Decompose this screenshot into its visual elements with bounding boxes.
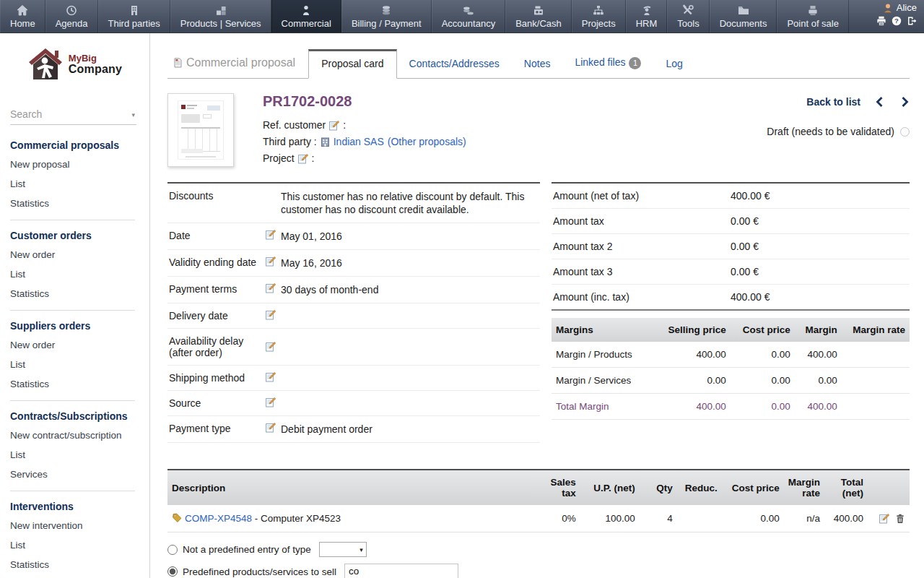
hrm-icon bbox=[640, 3, 653, 18]
user-menu[interactable]: Alice bbox=[883, 2, 917, 13]
nav-item-hrm[interactable]: HRM bbox=[626, 0, 668, 33]
tab-linked-files[interactable]: Linked files1 bbox=[562, 56, 653, 78]
logout-icon[interactable] bbox=[907, 16, 917, 26]
next-record-icon[interactable] bbox=[899, 96, 910, 108]
sidebar-item-contracts-services[interactable]: Services bbox=[10, 465, 139, 484]
cash-register-icon bbox=[532, 3, 545, 18]
edit-payment-terms-icon[interactable] bbox=[266, 283, 276, 293]
help-icon[interactable] bbox=[892, 16, 902, 26]
sidebar-item-orders-statistics[interactable]: Statistics bbox=[10, 284, 139, 303]
company-logo: MyBig Company bbox=[0, 48, 149, 81]
margins-row-total: Total Margin 400.00 0.00 400.00 bbox=[552, 394, 910, 420]
margins-table: Margins Selling price Cost price Margin … bbox=[552, 318, 910, 420]
edit-shipping-icon[interactable] bbox=[266, 372, 276, 382]
sidebar-item-new-contract[interactable]: New contract/subscription bbox=[10, 426, 139, 445]
products-icon bbox=[214, 3, 227, 18]
billing-coins-icon bbox=[380, 3, 393, 18]
sidebar-section-suppliers-orders[interactable]: Suppliers orders bbox=[10, 316, 139, 335]
amount-row-inc-tax: Amount (inc. tax) 400.00 € bbox=[552, 285, 910, 311]
user-avatar-icon bbox=[883, 3, 893, 13]
company-logo-icon bbox=[27, 48, 64, 81]
accountancy-coins-icon bbox=[462, 3, 475, 18]
nav-item-point-of-sale[interactable]: Point of sale bbox=[777, 0, 849, 33]
other-proposals-link[interactable]: (Other proposals) bbox=[388, 134, 466, 150]
previous-record-icon[interactable] bbox=[875, 96, 885, 108]
product-ref-link[interactable]: COMP-XP4548 bbox=[185, 513, 252, 524]
sidebar-item-proposals-list[interactable]: List bbox=[10, 174, 139, 194]
field-row-discounts: Discounts This customer has no relative … bbox=[167, 184, 540, 223]
nav-item-billing-payment[interactable]: Billing / Payment bbox=[341, 0, 432, 33]
sidebar-item-new-proposal[interactable]: New proposal bbox=[10, 155, 139, 174]
nav-item-accountancy[interactable]: Accountancy bbox=[432, 0, 505, 33]
predefined-radio[interactable] bbox=[167, 566, 178, 577]
left-sidebar: MyBig Company ▾ Commercial proposals New… bbox=[0, 33, 150, 578]
field-row-source: Source bbox=[167, 391, 540, 416]
back-to-list-link[interactable]: Back to list bbox=[806, 96, 860, 108]
edit-delivery-date-icon[interactable] bbox=[266, 310, 276, 320]
user-box: Alice bbox=[876, 0, 924, 33]
nav-item-documents[interactable]: Documents bbox=[710, 0, 777, 33]
divider bbox=[10, 400, 135, 401]
amount-row-tax2: Amount tax 2 0.00 € bbox=[552, 234, 910, 259]
edit-availability-icon[interactable] bbox=[266, 342, 276, 352]
field-row-payment-type: Payment type Debit payment order bbox=[167, 416, 540, 443]
free-entry-radio[interactable] bbox=[167, 545, 178, 555]
tab-log[interactable]: Log bbox=[653, 58, 694, 78]
nav-item-tools[interactable]: Tools bbox=[667, 0, 709, 33]
sidebar-item-orders-list[interactable]: List bbox=[10, 264, 139, 284]
sidebar-item-interventions-statistics[interactable]: Statistics bbox=[10, 555, 139, 574]
print-icon[interactable] bbox=[876, 16, 886, 26]
org-chart-icon bbox=[592, 3, 605, 18]
sidebar-section-interventions[interactable]: Interventions bbox=[10, 496, 139, 516]
edit-project-icon[interactable] bbox=[298, 154, 308, 164]
sidebar-menu: Commercial proposals New proposal List S… bbox=[0, 125, 149, 578]
main-content: Commercial proposal Proposal card Contac… bbox=[151, 33, 924, 578]
folder-icon bbox=[737, 3, 750, 18]
nav-item-projects[interactable]: Projects bbox=[572, 0, 626, 33]
nav-item-third-parties[interactable]: Third parties bbox=[98, 0, 170, 33]
add-line-section: Not a predefined entry of type ▾ Predefi… bbox=[167, 542, 910, 578]
field-row-availability-delay: Availability delay (after order) bbox=[167, 329, 540, 366]
sidebar-item-supplier-orders-list[interactable]: List bbox=[10, 355, 139, 374]
sidebar-item-new-intervention[interactable]: New intervention bbox=[10, 516, 139, 535]
document-preview-thumbnail[interactable] bbox=[167, 93, 234, 167]
edit-validity-icon[interactable] bbox=[266, 256, 276, 267]
third-party-link[interactable]: Indian SAS bbox=[334, 134, 384, 150]
edit-date-icon[interactable] bbox=[266, 230, 276, 240]
nav-item-commercial[interactable]: Commercial bbox=[271, 0, 341, 33]
amount-row-net: Amount (net of tax) 400.00 € bbox=[552, 184, 910, 209]
search-dropdown-caret-icon[interactable]: ▾ bbox=[131, 111, 135, 118]
nav-item-bank-cash[interactable]: Bank/Cash bbox=[505, 0, 572, 33]
sidebar-section-commercial-proposals[interactable]: Commercial proposals bbox=[10, 135, 139, 155]
divider bbox=[10, 491, 135, 491]
nav-item-home[interactable]: Home bbox=[0, 0, 45, 33]
sidebar-item-new-order[interactable]: New order bbox=[10, 245, 139, 264]
product-search-input[interactable] bbox=[344, 564, 458, 578]
sidebar-item-interventions-list[interactable]: List bbox=[10, 535, 139, 555]
sidebar-item-new-supplier-order[interactable]: New order bbox=[10, 335, 139, 355]
tab-proposal-card[interactable]: Proposal card bbox=[308, 49, 396, 79]
product-tag-icon bbox=[172, 513, 182, 523]
field-row-validity: Validity ending date May 16, 2016 bbox=[167, 250, 540, 277]
sidebar-section-contracts[interactable]: Contracts/Subscriptions bbox=[10, 406, 139, 426]
sidebar-item-supplier-orders-statistics[interactable]: Statistics bbox=[10, 374, 139, 394]
nav-item-agenda[interactable]: Agenda bbox=[45, 0, 98, 33]
nav-item-products-services[interactable]: Products | Services bbox=[170, 0, 271, 33]
delete-line-trash-icon[interactable] bbox=[895, 514, 905, 524]
tab-notes[interactable]: Notes bbox=[512, 58, 563, 78]
free-entry-type-select[interactable]: ▾ bbox=[319, 542, 367, 557]
sidebar-section-customer-orders[interactable]: Customer orders bbox=[10, 225, 139, 245]
tab-contacts-addresses[interactable]: Contacts/Addresses bbox=[397, 58, 512, 78]
commercial-icon bbox=[300, 3, 313, 18]
divider bbox=[10, 310, 135, 311]
edit-line-icon[interactable] bbox=[879, 514, 889, 524]
sidebar-item-contracts-list[interactable]: List bbox=[10, 445, 139, 465]
edit-source-icon[interactable] bbox=[266, 397, 276, 407]
edit-ref-customer-icon[interactable] bbox=[329, 121, 339, 131]
sidebar-item-proposals-statistics[interactable]: Statistics bbox=[10, 194, 139, 213]
predefined-product-option: Predefined products/services to sell CAK… bbox=[167, 564, 910, 578]
edit-payment-type-icon[interactable] bbox=[266, 423, 276, 433]
search-input[interactable] bbox=[10, 105, 136, 124]
agenda-icon bbox=[65, 3, 78, 18]
field-row-delivery-date: Delivery date bbox=[167, 303, 540, 329]
